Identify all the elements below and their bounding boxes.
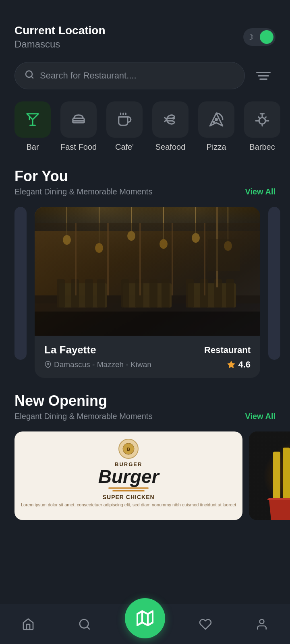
interior-svg <box>35 207 260 336</box>
svg-rect-36 <box>121 279 129 308</box>
sidebar-item-bbq[interactable]: Barbec <box>244 101 280 152</box>
wave-line-2 <box>112 490 145 491</box>
svg-rect-74 <box>249 431 290 520</box>
fastfood-label: Fast Food <box>60 142 97 152</box>
restaurant-name: La Fayette <box>44 344 96 356</box>
bar-label: Bar <box>26 142 39 152</box>
pizza-icon <box>209 112 224 127</box>
fastfood-icon-box <box>60 101 97 138</box>
svg-rect-33 <box>85 279 93 308</box>
burger-subtitle: SUPER CHICKEN <box>103 494 155 500</box>
user-icon <box>255 618 268 631</box>
restaurant-location-text: Damascus - Mazzeh - Kiwan <box>54 360 151 369</box>
opening-card-food-photo[interactable] <box>249 431 290 520</box>
sidebar-item-bar[interactable]: Bar <box>14 101 51 152</box>
burger-icon <box>71 112 86 127</box>
svg-rect-41 <box>186 279 194 308</box>
location-city: Damascus <box>14 39 106 50</box>
search-nav-icon <box>78 618 91 631</box>
bottom-spacer <box>0 528 290 572</box>
new-opening-subtitle-row: Elegant Dining & Memorable Moments View … <box>14 412 276 421</box>
for-you-subtitle: Elegant Dining & Memorable Moments <box>14 187 152 196</box>
for-you-view-all[interactable]: View All <box>245 187 276 196</box>
sidebar-item-fastfood[interactable]: Fast Food <box>60 101 97 152</box>
svg-rect-45 <box>75 223 77 295</box>
restaurant-type: Restaurant <box>204 345 251 355</box>
restaurant-rating: 4.6 <box>227 359 251 370</box>
svg-rect-34 <box>97 279 105 308</box>
search-section: Search for Restaurant.... <box>0 58 290 97</box>
search-placeholder: Search for Restaurant.... <box>40 70 235 81</box>
svg-rect-49 <box>204 223 205 295</box>
wave-decoration <box>108 487 149 491</box>
svg-rect-48 <box>172 223 173 295</box>
svg-rect-44 <box>226 279 234 308</box>
filter-line-3 <box>259 78 267 80</box>
location-block: Current Location Damascus <box>14 24 106 50</box>
heart-icon <box>199 618 212 631</box>
sidebar-item-seafood[interactable]: Seafood <box>152 101 188 152</box>
partial-card-left <box>14 207 27 360</box>
for-you-title: For You <box>14 168 276 185</box>
bbq-icon-box <box>244 101 280 138</box>
cocktail-icon <box>25 112 40 127</box>
svg-rect-4 <box>73 121 85 123</box>
header: Current Location Damascus ☽ <box>0 0 290 58</box>
bbq-label: Barbec <box>249 142 275 152</box>
new-opening-section-header: New Opening Elegant Dining & Memorable M… <box>0 384 290 425</box>
svg-rect-46 <box>107 223 109 295</box>
svg-point-10 <box>213 122 214 123</box>
search-bar[interactable]: Search for Restaurant.... <box>14 62 245 89</box>
svg-line-1 <box>31 76 33 78</box>
svg-point-8 <box>173 118 174 119</box>
filter-button[interactable] <box>251 64 276 88</box>
nav-search[interactable] <box>68 612 101 636</box>
burger-brand-icon: B <box>122 443 135 455</box>
bar-icon-box <box>14 101 51 138</box>
svg-rect-31 <box>57 279 65 308</box>
for-you-section-header: For You Elegant Dining & Memorable Momen… <box>0 160 290 200</box>
new-opening-subtitle: Elegant Dining & Memorable Moments <box>14 412 152 421</box>
seafood-label: Seafood <box>155 142 186 152</box>
pizza-label: Pizza <box>207 142 226 152</box>
svg-marker-54 <box>228 361 235 368</box>
svg-text:B: B <box>127 447 130 452</box>
burger-logo: B <box>118 439 139 459</box>
restaurant-location: Damascus - Mazzeh - Kiwan <box>44 360 151 369</box>
filter-line-2 <box>258 75 269 76</box>
svg-point-9 <box>215 119 218 121</box>
new-opening-view-all[interactable]: View All <box>245 412 276 421</box>
rating-value: 4.6 <box>238 359 251 370</box>
coffee-icon <box>117 112 132 127</box>
opening-card-burger[interactable]: B BURGER Burger SUPER CHICKEN Lorem ipsu… <box>14 431 242 520</box>
fish-icon <box>163 112 178 127</box>
wave-line-1 <box>108 487 149 489</box>
svg-rect-39 <box>162 279 170 308</box>
svg-rect-51 <box>208 239 240 271</box>
star-icon <box>227 360 236 369</box>
nav-map-button[interactable] <box>125 598 165 638</box>
filter-icon <box>256 72 271 80</box>
location-pin-icon <box>44 361 52 368</box>
sidebar-item-pizza[interactable]: Pizza <box>198 101 234 152</box>
new-opening-title: New Opening <box>14 392 276 409</box>
restaurant-info: La Fayette Restaurant Damascus - Mazzeh … <box>35 336 260 378</box>
restaurant-location-row: Damascus - Mazzeh - Kiwan 4.6 <box>44 359 251 370</box>
burger-description: Lorem ipsum dolor sit amet, consectetuer… <box>21 502 236 508</box>
nav-favorites[interactable] <box>189 612 222 636</box>
sidebar-item-cafe[interactable]: Cafe' <box>106 101 143 152</box>
restaurant-image <box>35 207 260 336</box>
food-photo-svg <box>249 431 290 520</box>
restaurant-card[interactable]: La Fayette Restaurant Damascus - Mazzeh … <box>35 207 260 378</box>
pizza-icon-box <box>198 101 234 138</box>
bbq-icon <box>255 112 270 127</box>
filter-line-1 <box>256 72 271 73</box>
nav-home[interactable] <box>12 612 44 636</box>
theme-toggle[interactable]: ☽ <box>243 28 276 46</box>
home-icon <box>22 618 35 631</box>
categories-section: Bar Fast Food Cafe' <box>0 97 290 160</box>
location-label: Current Location <box>14 24 106 37</box>
nav-profile[interactable] <box>246 612 278 636</box>
partial-card-right <box>268 207 280 360</box>
svg-rect-52 <box>35 312 260 336</box>
